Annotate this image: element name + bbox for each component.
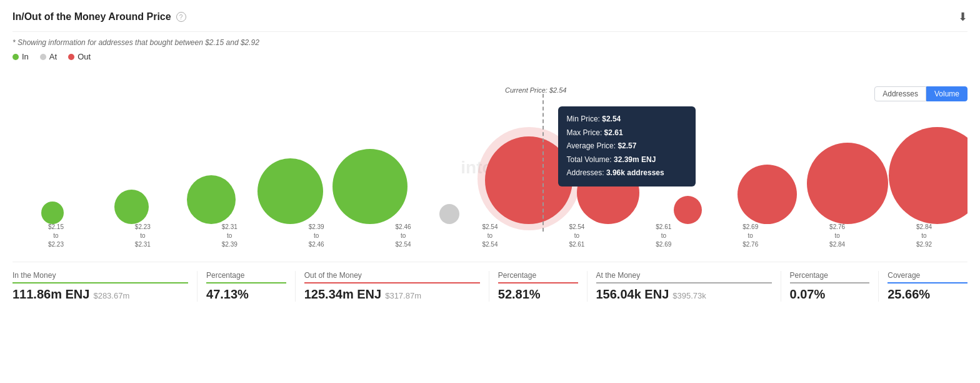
x-label-2: $2.31to$2.39 (186, 223, 273, 249)
tooltip-min-value: $2.54 (602, 115, 621, 123)
chart-legend: In At Out (12, 52, 968, 61)
stat-out-money: Out of the Money 125.34m ENJ $317.87m (296, 271, 489, 302)
tooltip-min-label: Min Price: (567, 115, 600, 123)
stat-at-value: 156.04k ENJ (596, 287, 669, 302)
bubble-col-2 (171, 99, 251, 224)
legend-in: In (12, 52, 29, 61)
stat-at-pct-underline (790, 282, 870, 283)
x-label-10: $2.84to$2.92 (881, 223, 968, 249)
stat-out-underline (304, 282, 480, 283)
stat-in-pct-label: Percentage (206, 271, 286, 280)
stat-at-values: 156.04k ENJ $395.73k (596, 287, 772, 302)
stat-out-secondary: $317.87m (385, 291, 421, 300)
tooltip-addresses-label: Addresses: (567, 168, 604, 177)
stat-out-pct-label: Percentage (498, 271, 578, 280)
bubble-col-11 (888, 99, 968, 224)
x-label-4: $2.46to$2.54 (360, 223, 447, 249)
bubble-chart-wrapper: Current Price: $2.54 intothe (12, 86, 968, 249)
stat-at-pct-value: 0.07% (790, 287, 870, 302)
stat-in-money: In the Money 111.86m ENJ $283.67m (12, 271, 198, 302)
stat-out-pct-underline (498, 282, 578, 283)
stat-out-value: 125.34m ENJ (304, 287, 381, 302)
stat-at-pct-label: Percentage (790, 271, 870, 280)
stat-at-money: At the Money 156.04k ENJ $395.73k (588, 271, 781, 302)
bubble-9 (738, 165, 797, 224)
legend-out: Out (68, 52, 91, 61)
x-label-5: $2.54to$2.54 (447, 223, 534, 249)
legend-label-in: In (22, 52, 29, 61)
x-axis-labels: $2.15to$2.23 $2.23to$2.31 $2.31to$2.39 $… (12, 223, 968, 249)
bubble-8 (674, 196, 702, 224)
tooltip-volume: Total Volume: 32.39m ENJ (567, 153, 687, 167)
tooltip-addresses-value: 3.96k addresses (606, 168, 664, 177)
x-label-8: $2.69to$2.76 (707, 223, 794, 249)
tooltip-volume-value: 32.39m ENJ (614, 155, 656, 164)
tooltip-addresses: Addresses: 3.96k addresses (567, 166, 687, 180)
stat-out-pct-value: 52.81% (498, 287, 578, 302)
stat-coverage-label: Coverage (888, 271, 968, 280)
legend-label-at: At (49, 52, 57, 61)
bubble-1 (114, 190, 149, 224)
legend-dot-out (68, 54, 74, 60)
stat-in-label: In the Money (12, 271, 188, 280)
stat-coverage-value: 25.66% (888, 287, 968, 302)
stat-in-value: 111.86m ENJ (12, 287, 89, 302)
bubble-5 (439, 204, 459, 224)
bubble-col-9 (728, 99, 807, 224)
x-label-0: $2.15to$2.23 (12, 223, 99, 249)
x-label-3: $2.39to$2.46 (273, 223, 360, 249)
x-label-9: $2.76to$2.84 (794, 223, 881, 249)
stat-at-underline (596, 282, 772, 283)
legend-label-out: Out (78, 52, 91, 61)
main-container: In/Out of the Money Around Price ? ⬇ * S… (0, 0, 980, 312)
chart-title: In/Out of the Money Around Price (12, 11, 171, 23)
tooltip-avg-price: Average Price: $2.57 (567, 140, 687, 153)
stat-at-label: At the Money (596, 271, 772, 280)
bubble-0 (41, 202, 64, 224)
help-icon[interactable]: ? (176, 12, 186, 22)
bubble-col-3 (251, 99, 330, 224)
bubble-col-10 (807, 99, 888, 224)
tooltip-min-price: Min Price: $2.54 (567, 113, 687, 126)
tooltip-max-price: Max Price: $2.61 (567, 126, 687, 140)
stat-out-label: Out of the Money (304, 271, 480, 280)
bubble-10 (807, 143, 888, 224)
x-label-7: $2.61to$2.69 (620, 223, 707, 249)
tooltip-avg-value: $2.57 (618, 141, 636, 150)
chart-header: In/Out of the Money Around Price ? ⬇ (12, 10, 968, 32)
bubble-col-1 (92, 99, 171, 224)
stat-in-pct-value: 47.13% (206, 287, 286, 302)
stat-at-pct: Percentage 0.07% (781, 271, 879, 302)
bubble-col-5 (409, 99, 489, 224)
stat-in-pct-underline (206, 282, 286, 283)
tooltip: Min Price: $2.54 Max Price: $2.61 Averag… (558, 106, 696, 186)
header-left: In/Out of the Money Around Price ? (12, 11, 186, 23)
x-label-1: $2.23to$2.31 (99, 223, 186, 249)
bubble-col-4 (330, 99, 409, 224)
stat-coverage-underline (888, 282, 968, 283)
stat-out-values: 125.34m ENJ $317.87m (304, 287, 480, 302)
stat-in-values: 111.86m ENJ $283.67m (12, 287, 188, 302)
tooltip-avg-label: Average Price: (567, 141, 616, 150)
legend-dot-at (40, 54, 46, 60)
tooltip-max-label: Max Price: (567, 128, 602, 137)
legend-dot-in (12, 54, 19, 60)
tooltip-max-value: $2.61 (604, 128, 623, 137)
bubble-2 (187, 175, 236, 224)
stat-at-secondary: $395.73k (672, 291, 706, 300)
bubbles-row: Min Price: $2.54 Max Price: $2.61 Averag… (12, 99, 968, 224)
stat-in-pct: Percentage 47.13% (198, 271, 296, 302)
bubble-11 (889, 127, 968, 224)
download-icon[interactable]: ⬇ (958, 10, 968, 24)
bubble-3 (258, 158, 323, 224)
current-price-label: Current Price: $2.54 (505, 86, 566, 94)
chart-area: Addresses Volume Current Price: $2.54 in… (12, 86, 968, 249)
stats-row: In the Money 111.86m ENJ $283.67m Percen… (12, 262, 968, 302)
legend-at: At (40, 52, 57, 61)
bubble-col-0 (12, 99, 92, 224)
stat-in-secondary: $283.67m (93, 291, 129, 300)
chart-subtitle: * Showing information for addresses that… (12, 38, 968, 47)
stat-coverage: Coverage 25.66% (879, 271, 968, 302)
stat-out-pct: Percentage 52.81% (489, 271, 588, 302)
stat-in-underline (12, 282, 188, 283)
